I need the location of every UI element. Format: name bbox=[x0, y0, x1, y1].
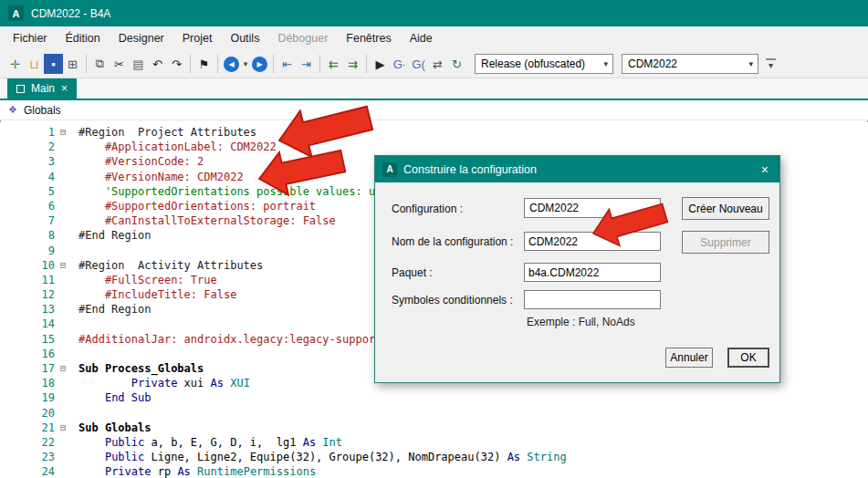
code-token: #IncludeTitle: False bbox=[78, 288, 236, 301]
configuration-select[interactable]: CDM2022 ▾ bbox=[524, 198, 661, 218]
code-text: #Region Project Attributes bbox=[71, 125, 256, 140]
navigate-back-icon[interactable]: ◀ bbox=[224, 57, 239, 72]
modules-icon[interactable]: ⊞ bbox=[63, 54, 82, 74]
build-configuration-select-value: Release (obfuscated) bbox=[481, 57, 585, 70]
copy-icon[interactable]: ⧉ bbox=[90, 54, 110, 74]
code-token: 'SupportedOrientations possible values: … bbox=[78, 185, 382, 198]
back-dropdown-icon[interactable]: ▾ bbox=[241, 54, 250, 74]
package-input[interactable] bbox=[524, 263, 661, 282]
paste-icon[interactable]: ▤ bbox=[129, 54, 148, 74]
bookmark-icon[interactable]: ⚑ bbox=[194, 54, 214, 74]
save-icon[interactable]: ▪ bbox=[44, 54, 63, 74]
ok-button[interactable]: OK bbox=[727, 348, 769, 368]
fold-collapse-icon[interactable]: ⊟ bbox=[55, 125, 71, 140]
menu-item-aide[interactable]: Aide bbox=[401, 28, 442, 48]
dialog-title-bar[interactable]: A Construire la configuration × bbox=[375, 156, 779, 182]
chevron-down-icon[interactable]: ▾ bbox=[599, 59, 612, 68]
code-text: #SupportedOrientations: portrait bbox=[71, 199, 316, 213]
cancel-button[interactable]: Annuler bbox=[665, 348, 713, 368]
menu-item-designer[interactable]: Designer bbox=[110, 28, 173, 48]
code-line[interactable]: 23 Public Ligne, Ligne2, Equipe(32), Gro… bbox=[0, 450, 868, 464]
goto-sub-icon[interactable]: G( bbox=[409, 54, 428, 74]
close-icon[interactable]: × bbox=[758, 162, 772, 177]
outdent-icon[interactable]: ⇤ bbox=[277, 54, 297, 74]
fold-gutter bbox=[55, 347, 71, 361]
conditional-symbols-input[interactable] bbox=[524, 290, 661, 309]
line-number: 12 bbox=[0, 287, 55, 302]
rebuild-icon[interactable]: ↻ bbox=[447, 54, 466, 74]
configuration-name-input[interactable] bbox=[524, 232, 661, 251]
line-number: 5 bbox=[0, 184, 55, 199]
menu-item-fichier[interactable]: Fichier bbox=[4, 28, 57, 48]
code-line[interactable]: 22 Public a, b, E, G, D, i, lg1 As Int bbox=[0, 435, 868, 450]
fold-collapse-icon[interactable]: ⊟ bbox=[55, 258, 71, 273]
cut-icon[interactable]: ✂ bbox=[110, 54, 129, 74]
line-number: 13 bbox=[0, 302, 55, 317]
menu-item-edition[interactable]: Édition bbox=[57, 28, 110, 48]
code-token: Private bbox=[105, 465, 152, 478]
current-scope-label[interactable]: Globals bbox=[24, 104, 61, 117]
module-select[interactable]: CDM2022▾ bbox=[622, 54, 758, 74]
code-token: As bbox=[177, 465, 190, 478]
new-module-icon[interactable]: ✛ bbox=[5, 54, 25, 74]
tab-main[interactable]: Main× bbox=[7, 78, 77, 99]
code-token bbox=[191, 465, 197, 478]
fold-collapse-icon[interactable]: ⊟ bbox=[55, 361, 71, 376]
code-token: #CanInstallToExternalStorage: False bbox=[78, 214, 336, 227]
chevron-down-icon[interactable]: ▾ bbox=[646, 203, 660, 213]
line-number: 14 bbox=[0, 317, 55, 331]
line-number: 23 bbox=[0, 450, 55, 464]
comment-icon[interactable]: ⇇ bbox=[324, 54, 343, 74]
create-new-button[interactable]: Créer Nouveau bbox=[682, 197, 769, 220]
fold-gutter bbox=[55, 213, 71, 228]
toolbar-separator bbox=[217, 55, 218, 73]
menu-item-projet[interactable]: Projet bbox=[173, 28, 222, 48]
toolbar-separator bbox=[190, 55, 191, 73]
indent-icon[interactable]: ⇥ bbox=[297, 54, 316, 74]
code-token: XUI bbox=[230, 377, 250, 390]
code-token: End Sub bbox=[105, 391, 152, 404]
code-text bbox=[71, 317, 78, 331]
menu-item-outils[interactable]: Outils bbox=[221, 28, 268, 48]
code-line[interactable]: 24 Private rp As RuntimePermissions bbox=[0, 464, 868, 478]
undo-icon[interactable]: ↶ bbox=[148, 54, 167, 74]
code-token: #VersionCode: 2 bbox=[78, 155, 204, 168]
title-bar: A CDM2022 - B4A bbox=[0, 0, 868, 26]
toolbar-overflow-button[interactable]: ▾ bbox=[766, 58, 776, 70]
redo-icon[interactable]: ↷ bbox=[167, 54, 186, 74]
fold-gutter bbox=[55, 273, 71, 287]
open-icon[interactable]: ⊔ bbox=[25, 54, 44, 74]
globals-icon: ❖ bbox=[8, 104, 17, 116]
line-number: 17 bbox=[0, 361, 55, 376]
tab-close-icon[interactable]: × bbox=[61, 82, 68, 95]
code-text: #CanInstallToExternalStorage: False bbox=[71, 213, 336, 228]
code-token: As bbox=[507, 451, 520, 463]
goto-event-icon[interactable]: G∙ bbox=[390, 54, 409, 74]
line-number: 6 bbox=[0, 199, 55, 213]
menu-item-fenetres[interactable]: Fenêtres bbox=[337, 28, 400, 48]
fold-gutter bbox=[55, 184, 71, 199]
code-text: #Region Activity Attributes bbox=[71, 258, 263, 273]
switch-module-icon[interactable]: ⇄ bbox=[428, 54, 447, 74]
code-line[interactable]: 20 bbox=[0, 406, 868, 421]
chevron-down-icon[interactable]: ▾ bbox=[744, 59, 758, 68]
line-number: 4 bbox=[0, 170, 55, 184]
code-line[interactable]: 21⊟Sub Globals bbox=[0, 421, 868, 435]
code-line[interactable]: 1⊟#Region Project Attributes bbox=[0, 125, 868, 140]
fold-collapse-icon[interactable]: ⊟ bbox=[55, 421, 71, 435]
uncomment-icon[interactable]: ⇉ bbox=[343, 54, 362, 74]
build-configuration-select[interactable]: Release (obfuscated)▾ bbox=[475, 54, 613, 74]
navigate-forward-icon[interactable]: ▶ bbox=[252, 57, 267, 72]
code-token: As bbox=[211, 377, 224, 390]
code-token: #Region Activity Attributes bbox=[78, 259, 263, 272]
configuration-name-label: Nom de la configuration : bbox=[392, 235, 513, 248]
toolbar-separator bbox=[319, 55, 320, 73]
run-icon[interactable]: ▶ bbox=[371, 54, 390, 74]
code-line[interactable]: 19 End Sub bbox=[0, 390, 868, 405]
code-token bbox=[78, 391, 105, 404]
code-line[interactable]: 2 #ApplicationLabel: CDM2022 bbox=[0, 140, 868, 154]
code-token bbox=[78, 465, 105, 478]
delete-button: Supprimer bbox=[682, 231, 769, 254]
code-token bbox=[78, 451, 105, 463]
code-text bbox=[71, 406, 78, 421]
